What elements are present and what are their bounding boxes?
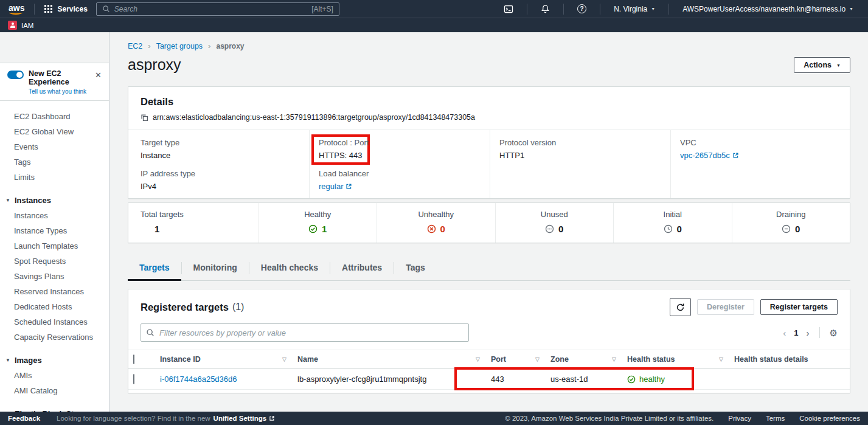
column-header-port[interactable]: Port▽ [486, 350, 546, 369]
sidebar-section-instances[interactable]: ▼ Instances [0, 193, 109, 208]
sort-icon: ▽ [535, 356, 540, 362]
favorites-bar: IAM [0, 18, 868, 32]
sidebar-item-ec2-global-view[interactable]: EC2 Global View [0, 124, 109, 139]
region-label: N. Virginia [614, 5, 647, 13]
favorite-iam-link[interactable]: IAM [8, 21, 33, 30]
protocol-version-value: HTTP1 [499, 151, 664, 160]
filter-search-icon [146, 328, 155, 337]
tab-targets[interactable]: Targets [128, 256, 181, 280]
targets-table: Instance ID▽ Name▽ Port▽ Zone▽ Health st… [128, 350, 850, 390]
external-link-icon [732, 152, 739, 159]
target-zone: us-east-1d [546, 369, 622, 390]
search-input[interactable] [114, 5, 311, 13]
health-status-text: healthy [639, 375, 665, 384]
ip-address-type-value: IPv4 [141, 182, 303, 191]
breadcrumb-ec2[interactable]: EC2 [128, 42, 142, 50]
details-card: Details arn:aws:elasticloadbalancing:us-… [128, 86, 850, 199]
terms-link[interactable]: Terms [766, 415, 785, 422]
sidebar-item-tags[interactable]: Tags [0, 154, 109, 170]
nav-right-group: ? N. Virginia ▼ AWSPowerUserAccess/navan… [496, 4, 861, 15]
tab-tags[interactable]: Tags [394, 256, 437, 280]
load-balancer-link[interactable]: regular [319, 182, 352, 191]
registered-targets-count: (1) [232, 302, 245, 313]
sidebar-item-ami-catalog[interactable]: AMI Catalog [0, 383, 109, 398]
close-icon[interactable]: ✕ [95, 71, 102, 79]
column-header-health-status[interactable]: Health status▽ [622, 350, 729, 369]
sidebar-item-scheduled-instances[interactable]: Scheduled Instances [0, 314, 109, 330]
sidebar-item-amis[interactable]: AMIs [0, 368, 109, 383]
page-number[interactable]: 1 [794, 328, 798, 337]
target-type-label: Target type [141, 138, 303, 147]
cookie-preferences-link[interactable]: Cookie preferences [799, 415, 860, 422]
sidebar-item-capacity-reservations[interactable]: Capacity Reservations [0, 330, 109, 345]
sidebar-item-spot-requests[interactable]: Spot Requests [0, 254, 109, 269]
banner-feedback-link[interactable]: Tell us what you think [29, 88, 103, 95]
cloudshell-button[interactable] [496, 4, 521, 14]
breadcrumb-separator: › [208, 41, 210, 50]
instance-id-link[interactable]: i-06f1744a6a25d36d6 [160, 375, 237, 384]
breadcrumb: EC2 › Target groups › asproxy [128, 41, 850, 50]
refresh-icon [676, 303, 685, 312]
gear-icon[interactable]: ⚙ [830, 328, 838, 337]
iam-service-icon [8, 21, 17, 30]
sidebar-section-images[interactable]: ▼ Images [0, 353, 109, 368]
healthy-check-icon [627, 375, 636, 384]
stat-draining: Draining 0 [732, 203, 850, 243]
column-header-instance-id[interactable]: Instance ID▽ [155, 350, 293, 369]
global-search: [Alt+S] [96, 2, 339, 16]
protocol-port-value: HTTPS: 443 [319, 151, 484, 160]
sidebar-item-dedicated-hosts[interactable]: Dedicated Hosts [0, 299, 109, 314]
nav-divider [34, 4, 35, 15]
unused-ellipsis-icon [545, 224, 554, 233]
actions-button[interactable]: Actions ▼ [794, 57, 850, 73]
column-header-name[interactable]: Name▽ [293, 350, 486, 369]
tab-health-checks[interactable]: Health checks [249, 256, 330, 280]
chevron-down-icon: ▼ [5, 358, 10, 363]
sidebar-item-reserved-instances[interactable]: Reserved Instances [0, 284, 109, 299]
region-selector[interactable]: N. Virginia ▼ [606, 5, 662, 13]
aws-logo-smile [9, 10, 23, 15]
language-hint: Looking for language selection? Find it … [57, 415, 210, 422]
sidebar-item-events[interactable]: Events [0, 139, 109, 154]
targets-summary-card: Total targets 1 Healthy 1 Unhealthy 0 Un… [128, 202, 850, 243]
sidebar-item-launch-templates[interactable]: Launch Templates [0, 238, 109, 254]
unhealthy-x-icon [427, 224, 436, 233]
column-header-zone[interactable]: Zone▽ [546, 350, 622, 369]
filter-input[interactable] [141, 323, 469, 342]
notifications-button[interactable] [533, 4, 557, 13]
new-experience-toggle[interactable] [7, 71, 24, 79]
sidebar-item-savings-plans[interactable]: Savings Plans [0, 269, 109, 284]
previous-page-icon[interactable]: ‹ [783, 328, 786, 337]
sort-icon: ▽ [476, 356, 480, 362]
sidebar-item-limits[interactable]: Limits [0, 170, 109, 185]
sidebar-item-ec2-dashboard[interactable]: EC2 Dashboard [0, 109, 109, 124]
breadcrumb-target-groups[interactable]: Target groups [156, 42, 203, 50]
sidebar-section-elastic-block-store[interactable]: ▼ Elastic Block Store [0, 406, 109, 412]
copy-arn-button[interactable] [141, 114, 148, 122]
unified-settings-link[interactable]: Unified Settings [214, 415, 276, 422]
refresh-button[interactable] [670, 298, 691, 316]
arn-value: arn:aws:elasticloadbalancing:us-east-1:3… [153, 113, 475, 122]
breadcrumb-current: asproxy [216, 42, 244, 50]
tab-monitoring[interactable]: Monitoring [182, 256, 249, 280]
feedback-button[interactable]: Feedback [8, 415, 40, 422]
vpc-link[interactable]: vpc-2657db5c [680, 151, 739, 160]
sidebar-item-instance-types[interactable]: Instance Types [0, 223, 109, 238]
select-all-checkbox[interactable] [133, 354, 134, 364]
account-menu[interactable]: AWSPowerUserAccess/navaneeth.kn@harness.… [675, 5, 861, 13]
sidebar-item-instances[interactable]: Instances [0, 208, 109, 223]
help-button[interactable]: ? [570, 4, 594, 13]
register-targets-button[interactable]: Register targets [760, 299, 838, 315]
search-icon [102, 5, 110, 13]
privacy-link[interactable]: Privacy [728, 415, 751, 422]
tab-attributes[interactable]: Attributes [330, 256, 394, 280]
services-menu-button[interactable]: Services [41, 5, 91, 13]
next-page-icon[interactable]: › [807, 328, 810, 337]
deregister-button[interactable]: Deregister [697, 299, 754, 315]
chevron-down-icon: ▼ [836, 63, 841, 67]
row-checkbox[interactable] [133, 374, 134, 384]
health-status-details [729, 369, 850, 390]
chevron-down-icon: ▼ [5, 198, 10, 203]
stat-unused: Unused 0 [495, 203, 614, 243]
aws-logo[interactable]: aws [7, 3, 28, 15]
